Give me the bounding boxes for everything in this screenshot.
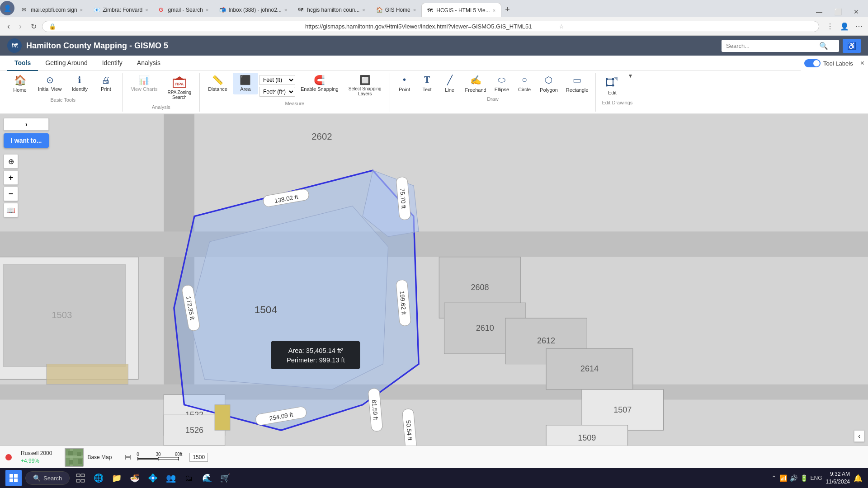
browser-tab-1[interactable]: ✉ mail.epbfi.com sign × [16, 3, 88, 17]
tab-analysis[interactable]: Analysis [130, 56, 168, 71]
account-icon[interactable]: 👤 [838, 20, 851, 33]
taskbar-icon-edge[interactable]: 🌊 [200, 471, 214, 485]
map-collapse-right[interactable]: ‹ [854, 430, 864, 442]
taskbar-icon-file[interactable]: 📁 [109, 471, 124, 485]
network-icon[interactable]: 📶 [779, 474, 787, 482]
taskbar-icon-task-view[interactable] [73, 471, 88, 485]
browser-tab-2[interactable]: 📧 Zimbra: Forward × [88, 3, 153, 17]
basemap-thumbnail[interactable] [65, 448, 84, 467]
browser-tab-5[interactable]: 🗺 hcgis hamilton coun... × [292, 3, 371, 17]
unit1-select[interactable]: Feet (ft) [259, 75, 295, 85]
select-snapping-button[interactable]: 🔲 Select SnappingLayers [344, 73, 386, 99]
browser-tab-4[interactable]: 📬 Inbox (388) - johno2... × [214, 3, 292, 17]
tab-close-4[interactable]: × [284, 7, 287, 13]
i-want-to-button[interactable]: I want to... [4, 133, 49, 148]
minimize-button[interactable]: — [811, 6, 828, 17]
freehand-icon: ✍ [470, 75, 481, 85]
svg-rect-77 [14, 474, 18, 478]
rectangle-button[interactable]: ▭ Rectangle [562, 73, 592, 94]
start-button[interactable] [5, 470, 22, 486]
close-window-button[interactable]: ✕ [848, 6, 864, 17]
tab-close-5[interactable]: × [362, 7, 365, 13]
zoom-out-button[interactable]: − [4, 187, 18, 201]
scale-bar: 0 30 60ft 1500 [124, 452, 208, 462]
polygon-button[interactable]: ⬡ Polygon [536, 73, 561, 94]
locate-button[interactable]: ⊕ [4, 154, 18, 169]
identify-button[interactable]: ℹ Identify [67, 73, 92, 94]
freehand-button[interactable]: ✍ Freehand [462, 73, 490, 94]
taskbar-icon-store[interactable]: 🛒 [218, 471, 232, 485]
taskbar-icon-browser[interactable]: 🌐 [91, 471, 106, 485]
header-search[interactable]: 🔍 [722, 40, 839, 52]
taskbar-search[interactable]: 🔍 Search [25, 471, 70, 485]
tab-close-7[interactable]: × [493, 8, 495, 13]
battery-icon[interactable]: 🔋 [800, 474, 808, 482]
line-button[interactable]: ╱ Line [439, 73, 461, 94]
polygon-label: Polygon [540, 87, 558, 93]
taskbar-icon-teams[interactable]: 👥 [164, 471, 178, 485]
toolbar-tabs: Tools Getting Around Identify Analysis [0, 56, 801, 71]
bookmarks-button[interactable]: 📖 [4, 203, 18, 217]
tab-close-6[interactable]: × [413, 7, 416, 13]
chevron-up-icon[interactable]: ⌃ [771, 474, 777, 482]
tab-close-1[interactable]: × [80, 7, 83, 13]
home-button[interactable]: 🏠 Home [7, 73, 33, 95]
toolbar-close-button[interactable]: × [857, 57, 868, 69]
new-tab-button[interactable]: + [501, 2, 514, 17]
search-icon[interactable]: 🔍 [819, 42, 828, 50]
tab-favicon-6: 🏠 [376, 7, 382, 13]
extensions-icon[interactable]: ⋮ [825, 20, 835, 33]
text-button[interactable]: T Text [416, 73, 438, 94]
zoom-in-button[interactable]: + [4, 170, 18, 185]
view-charts-button[interactable]: 📊 View Charts [126, 73, 162, 94]
svg-rect-3 [607, 79, 613, 85]
settings-icon[interactable]: ⋯ [854, 20, 864, 33]
edit-dropdown-arrow[interactable]: ▼ [626, 73, 635, 79]
taskbar-time[interactable]: 9:32 AM 11/6/2024 [826, 470, 850, 486]
wifi-icon[interactable]: 🔊 [790, 474, 797, 482]
collapse-right-button[interactable]: ‹ [854, 430, 864, 442]
rpa-zoning-button[interactable]: RPA RPA ZoningSearch [163, 73, 196, 103]
unit2-select[interactable]: Feet² (ft²) [259, 87, 295, 97]
basemap-section[interactable]: Base Map [65, 448, 112, 467]
tab-getting-around[interactable]: Getting Around [38, 56, 94, 71]
circle-button[interactable]: ○ Circle [514, 73, 535, 94]
area-button[interactable]: ⬛ Area [233, 73, 258, 94]
svg-rect-81 [81, 474, 85, 477]
header-search-input[interactable] [726, 42, 816, 49]
enable-snapping-button[interactable]: 🧲 Enable Snapping [296, 73, 343, 94]
profile-icon[interactable]: 👤 [0, 1, 14, 15]
refresh-button[interactable]: ↻ [27, 20, 40, 33]
svg-rect-71 [138, 458, 158, 460]
edit-button[interactable]: Edit [599, 73, 625, 98]
bookmark-icon[interactable]: ☆ [559, 23, 812, 30]
accessibility-button[interactable]: ♿ [843, 39, 861, 53]
browser-tab-6[interactable]: 🏠 GIS Home × [371, 3, 421, 17]
notification-icon[interactable]: 🔔 [854, 474, 863, 483]
address-bar[interactable]: 🔒 https://gismaps.hamiltontn.gov/Html5Vi… [42, 21, 819, 32]
tab-close-3[interactable]: × [206, 7, 208, 13]
taskbar-icon-food[interactable]: 🍜 [127, 471, 142, 485]
tab-tools[interactable]: Tools [7, 56, 38, 71]
ellipse-button[interactable]: ⬭ Ellipse [491, 73, 513, 94]
tool-labels-toggle[interactable] [804, 59, 821, 67]
print-button[interactable]: 🖨 Print [93, 73, 118, 94]
scale-icon[interactable] [124, 454, 132, 461]
point-button[interactable]: • Point [394, 73, 415, 94]
browser-tab-3[interactable]: G gmail - Search × [154, 3, 214, 17]
distance-button[interactable]: 📏 Distance [203, 73, 232, 94]
line-icon: ╱ [447, 75, 453, 85]
browser-tabs: 👤 ✉ mail.epbfi.com sign × 📧 Zimbra: Forw… [0, 0, 868, 17]
collapse-panel-button[interactable]: › [4, 118, 49, 131]
initial-view-button[interactable]: ⊙ Initial View [33, 73, 66, 94]
restore-button[interactable]: ⬜ [829, 6, 847, 17]
toolbar: Tools Getting Around Identify Analysis T… [0, 56, 868, 114]
browser-tab-7[interactable]: 🗺 HCGIS - HTML5 Vie... × [421, 3, 501, 17]
forward-button[interactable]: › [15, 20, 25, 33]
taskbar-icon-folder[interactable]: 🗂 [182, 471, 196, 485]
taskbar-icon-settings[interactable]: 💠 [146, 471, 160, 485]
tab-close-2[interactable]: × [145, 7, 148, 13]
tab-identify[interactable]: Identify [95, 56, 130, 71]
status-indicator [5, 454, 12, 460]
back-button[interactable]: ‹ [4, 20, 14, 33]
